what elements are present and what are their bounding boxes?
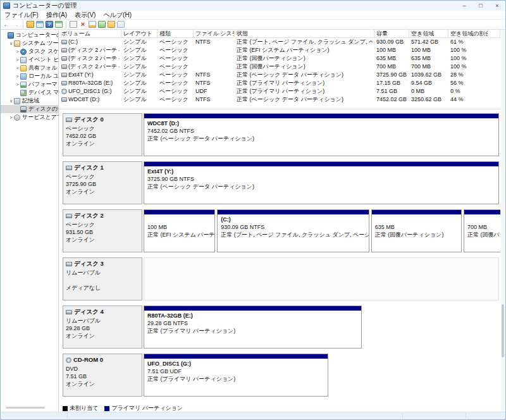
expander-icon[interactable]: > (15, 82, 20, 87)
column-header-1[interactable]: レイアウト (121, 30, 157, 37)
expander-icon[interactable]: ∨ (8, 41, 14, 46)
column-header-0[interactable]: ボリューム (59, 30, 121, 37)
disk-label[interactable]: ディスク 2ベーシック931.50 GBオンライン (63, 209, 142, 252)
action-icon[interactable] (70, 21, 77, 28)
disk-partitions: WDC8T (D:)7452.02 GB NTFS正常 (ベーシック データ パ… (144, 113, 499, 156)
local-users-icon (20, 73, 27, 80)
folder-icon[interactable] (108, 21, 115, 28)
expander-icon[interactable]: > (15, 58, 20, 62)
mount-icon[interactable] (98, 21, 106, 28)
legend-swatch (104, 406, 109, 411)
disk-label[interactable]: ディスク 4リムーバブル29.28 GBオンライン (63, 306, 142, 349)
vertical-scrollbar-thumb[interactable] (502, 304, 504, 357)
disk-label[interactable]: ディスク 3リムーバブルメディアなし (63, 257, 142, 300)
toolbar: ←→?× (1, 20, 505, 30)
column-header-5[interactable]: 容量 (374, 30, 409, 37)
volume-cell-text: 7452.02 GB (376, 96, 407, 104)
volume-cell: 100 % (448, 46, 488, 54)
properties-icon[interactable] (89, 21, 96, 28)
column-header-7[interactable]: 空き領域の割合 (448, 30, 488, 37)
sidebar-item-services[interactable]: >サービスとアプリケーシ (1, 113, 58, 121)
volume-cell: シンプル (121, 38, 157, 46)
expander-icon[interactable]: > (15, 66, 20, 70)
column-header-6[interactable]: 空き領域 (409, 30, 448, 37)
volume-cell: Ext4T (Y:) (59, 71, 121, 79)
menu-item-1[interactable]: 操作(A) (42, 11, 71, 20)
disk-name-text: CD-ROM 0 (73, 356, 103, 364)
menu-item-2[interactable]: 表示(V) (71, 11, 99, 20)
sidebar-item-device-manager[interactable]: デバイス マネージャー (1, 89, 58, 97)
menu-item-0[interactable]: ファイル(F) (1, 11, 42, 20)
sidebar-item-computer[interactable]: コンピューターの管理 (ロー (1, 31, 58, 39)
maximize-icon[interactable]: □ (472, 1, 489, 11)
expander-icon[interactable]: > (15, 49, 20, 54)
partition[interactable]: Ext4T (Y:)3725.90 GB NTFS正常 (ベーシック データ パ… (144, 161, 499, 204)
table-row[interactable]: WDC8T (D:)シンプルベーシックNTFS正常 (ベーシック データ パーテ… (59, 96, 500, 104)
help-icon[interactable]: ? (46, 21, 53, 28)
volume-icon (61, 65, 67, 69)
table-row[interactable]: Ext4T (Y:)シンプルベーシックNTFS正常 (ベーシック データ パーテ… (59, 71, 500, 79)
partition-status: 正常 (ベーシック データ パーティション) (147, 135, 495, 142)
volume-cell: UDF (194, 87, 235, 96)
volume-cell-text: (ディスク 2 パーティション 5) (68, 63, 120, 71)
volume-cell: 44 % (448, 96, 488, 104)
forward-icon[interactable]: → (12, 21, 20, 28)
back-icon[interactable]: ← (3, 21, 10, 28)
console-tree-icon[interactable] (36, 21, 44, 28)
partition[interactable]: 635 MB正常 (回復パーティション) (371, 209, 462, 252)
table-row[interactable]: (ディスク 2 パーティション 1)シンプルベーシック正常 (EFI システム … (59, 46, 500, 54)
column-header-3[interactable]: ファイル システム (194, 30, 235, 37)
expander-icon[interactable]: ∨ (8, 99, 14, 104)
disk-label[interactable]: CD-ROM 0DVD7.51 GBオンライン (63, 354, 142, 397)
tree-horizontal-scrollbar[interactable] (6, 407, 45, 409)
sidebar-item-performance[interactable]: >パフォーマンス (1, 80, 58, 89)
partition[interactable]: UFO_DISC1 (G:)7.51 GB UDF正常 (プライマリ パーティシ… (144, 354, 328, 397)
partition-body: R80TA-32GB (E:)29.28 GB NTFS正常 (プライマリ パー… (144, 311, 361, 336)
expander-icon[interactable]: > (8, 115, 14, 120)
sidebar-item-system-tools[interactable]: ∨システム ツール (1, 39, 58, 47)
volume-cell: 正常 (EFI システム パーティション) (235, 46, 374, 54)
minimize-icon[interactable]: – (456, 1, 472, 11)
volume-cell-text: 正常 (ブート, ページ ファイル, クラッシュ ダンプ, ベーシック データ … (237, 38, 373, 46)
close-icon[interactable]: × (489, 1, 505, 11)
volume-cell-text: (C:) (68, 38, 78, 46)
table-row[interactable]: (C:)シンプルベーシックNTFS正常 (ブート, ページ ファイル, クラッシ… (59, 38, 500, 46)
vertical-scrollbar[interactable] (501, 30, 505, 412)
partition[interactable]: (C:)930.09 GB NTFS正常 (ブート, ページ ファイル, クラッ… (217, 209, 369, 252)
volume-cell: 635 MB (374, 54, 409, 63)
partition-name (467, 216, 500, 223)
partition[interactable]: WDC8T (D:)7452.02 GB NTFS正常 (ベーシック データ パ… (144, 113, 499, 156)
disk-info-line: 931.50 GB (66, 228, 139, 236)
sidebar-item-shared-folders[interactable]: >共有フォルダー (1, 64, 58, 72)
console-window-icon[interactable] (55, 21, 63, 28)
sidebar-item-task-scheduler[interactable]: >タスク スケジューラ (1, 47, 58, 56)
volume-cell: 正常 (ベーシック データ パーティション) (235, 96, 374, 104)
sidebar-item-label: ディスクの管理 (28, 105, 58, 113)
sidebar-item-local-users[interactable]: >ローカル ユーザーとグ (1, 72, 58, 80)
sidebar-item-event-viewer[interactable]: >イベント ビューアー (1, 56, 58, 64)
partition-size: 700 MB (467, 223, 500, 231)
partition-status: 正常 (ブート, ページ ファイル, クラッシュ ダンプ, ベーシック データ … (221, 231, 365, 238)
column-header-2[interactable]: 種類 (157, 30, 194, 37)
disk-label[interactable]: ディスク 1ベーシック3725.90 GBオンライン (63, 161, 142, 204)
table-row[interactable]: (ディスク 2 パーティション 4)シンプルベーシック正常 (回復パーティション… (59, 54, 500, 63)
sidebar-item-label: タスク スケジューラ (28, 47, 58, 56)
sidebar-item-disk-management[interactable]: ディスクの管理 (1, 105, 58, 113)
disk-icon (66, 310, 72, 314)
disk-label[interactable]: ディスク 0ベーシック7452.02 GBオンライン (63, 113, 142, 156)
up-folder-icon[interactable] (27, 21, 34, 28)
table-row[interactable]: (ディスク 2 パーティション 5)シンプルベーシック正常 (回復パーティション… (59, 63, 500, 71)
partition[interactable]: 100 MB正常 (EFI システム パーティション) (144, 209, 215, 252)
column-header-4[interactable]: 状態 (235, 30, 374, 37)
expander-icon[interactable]: > (15, 74, 20, 78)
delete-icon[interactable]: × (79, 21, 87, 28)
table-row[interactable]: UFO_DISC1 (G:)シンプルベーシックUDF正常 (プライマリ パーティ… (59, 87, 500, 96)
sidebar-item-storage[interactable]: ∨記憶域 (1, 97, 58, 105)
partition[interactable]: R80TA-32GB (E:)29.28 GB NTFS正常 (プライマリ パー… (144, 306, 362, 349)
panes-icon[interactable] (117, 21, 125, 28)
table-row[interactable]: R80TA-32GB (E:)シンプルベーシックNTFS正常 (プライマリ パー… (59, 79, 500, 87)
volume-cell-text: 3250.62 GB (411, 96, 441, 104)
menu-item-3[interactable]: ヘルプ(H) (99, 11, 135, 20)
partition[interactable]: 700 MB正常 (回復パーティション) (464, 209, 500, 252)
disk-info-line: リムーバブル (66, 269, 139, 276)
